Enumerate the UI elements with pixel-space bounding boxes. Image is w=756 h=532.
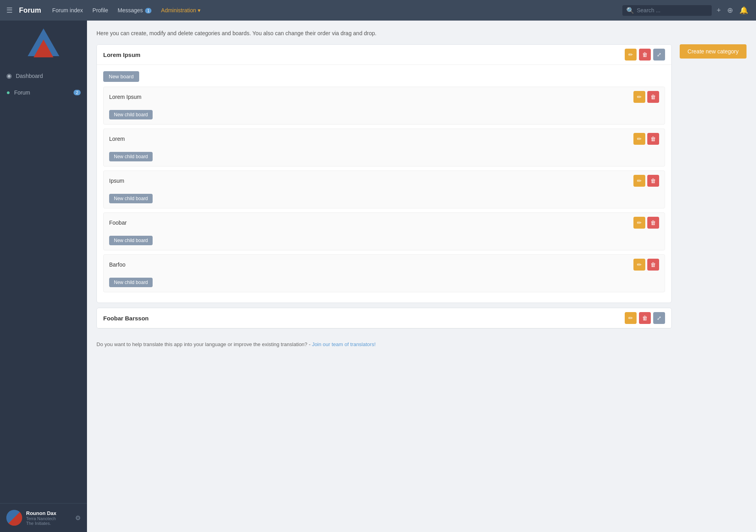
content-area: Lorem Ipsum ✏ 🗑 ⤢ New board Lorem Ipsum [96, 44, 747, 347]
category-delete-button-0[interactable]: 🗑 [639, 49, 651, 61]
avatar-image [6, 510, 22, 526]
add-icon[interactable]: + [715, 5, 722, 16]
board-title-0-1: Lorem [109, 136, 633, 142]
user-icon[interactable]: ⊕ [726, 4, 735, 16]
main-content: Here you can create, modify and delete c… [87, 21, 756, 532]
board-delete-button-0-1[interactable]: 🗑 [647, 133, 659, 145]
board-delete-button-0-2[interactable]: 🗑 [647, 175, 659, 187]
sidebar-forum-label: Forum [14, 89, 30, 96]
sidebar-logo [0, 21, 87, 67]
board-edit-button-0-4[interactable]: ✏ [633, 259, 645, 271]
category-title-0: Lorem Ipsum [103, 51, 625, 58]
board-edit-button-0-2[interactable]: ✏ [633, 175, 645, 187]
board-delete-button-0-0[interactable]: 🗑 [647, 91, 659, 103]
logo-triangle-red [34, 40, 53, 57]
page-description: Here you can create, modify and delete c… [96, 30, 747, 36]
messages-badge: 1 [145, 8, 151, 13]
forum-badge: 2 [74, 90, 81, 95]
board-item-0-1: Lorem ✏ 🗑 New child board [103, 129, 665, 167]
brand-title: Forum [19, 6, 41, 15]
board-header-0-1: Lorem ✏ 🗑 [104, 129, 665, 149]
translators-link[interactable]: Join our team of translators! [312, 341, 376, 347]
user-settings-icon[interactable]: ⚙ [75, 514, 81, 522]
logo-graphic [28, 28, 59, 60]
categories-container: Lorem Ipsum ✏ 🗑 ⤢ New board Lorem Ipsum [96, 44, 672, 347]
board-actions-0-4: ✏ 🗑 [633, 259, 659, 271]
board-edit-button-0-3[interactable]: ✏ [633, 217, 645, 229]
board-header-0-0: Lorem Ipsum ✏ 🗑 [104, 87, 665, 107]
sidebar-dashboard-label: Dashboard [16, 73, 43, 79]
category-edit-button-1[interactable]: ✏ [625, 312, 637, 324]
user-role: The Initiates. [26, 521, 71, 526]
avatar [6, 510, 22, 526]
nav-administration[interactable]: Administration ▾ [158, 6, 204, 15]
board-actions-0-0: ✏ 🗑 [633, 91, 659, 103]
board-header-0-2: Ipsum ✏ 🗑 [104, 171, 665, 191]
nav-forum-index[interactable]: Forum index [49, 6, 86, 15]
board-body-0-2: New child board [104, 191, 665, 208]
board-delete-button-0-3[interactable]: 🗑 [647, 217, 659, 229]
hamburger-icon[interactable]: ☰ [6, 6, 13, 15]
category-actions-0: ✏ 🗑 ⤢ [625, 49, 665, 61]
footer-translate: Do you want to help translate this app i… [96, 341, 672, 347]
sidebar-user-panel: Rounon Dax Terra Nanotech The Initiates.… [0, 503, 87, 532]
category-body-0: New board Lorem Ipsum ✏ 🗑 [97, 65, 671, 303]
board-edit-button-0-0[interactable]: ✏ [633, 91, 645, 103]
new-child-board-button-0-0[interactable]: New child board [109, 110, 153, 119]
category-header-1: Foobar Barsson ✏ 🗑 ⤢ [97, 308, 671, 328]
board-title-0-2: Ipsum [109, 178, 633, 184]
new-child-board-button-0-4[interactable]: New child board [109, 278, 153, 287]
sidebar-item-forum[interactable]: ● Forum 2 [0, 84, 87, 101]
forum-icon: ● [6, 89, 10, 96]
category-actions-1: ✏ 🗑 ⤢ [625, 312, 665, 324]
search-input[interactable] [637, 7, 708, 13]
board-item-0-2: Ipsum ✏ 🗑 New child board [103, 170, 665, 208]
board-title-0-3: Foobar [109, 220, 633, 226]
user-name: Rounon Dax [26, 510, 71, 516]
category-move-button-1[interactable]: ⤢ [653, 312, 665, 324]
navbar: ☰ Forum Forum index Profile Messages 1 A… [0, 0, 756, 21]
search-box: 🔍 [622, 5, 712, 16]
board-title-0-4: Barfoo [109, 261, 633, 268]
category-title-1: Foobar Barsson [103, 315, 625, 322]
user-org: Terra Nanotech [26, 516, 71, 521]
new-child-board-button-0-2[interactable]: New child board [109, 194, 153, 203]
user-info: Rounon Dax Terra Nanotech The Initiates. [26, 510, 71, 526]
sidebar: ◉ Dashboard ● Forum 2 Rounon Dax Terra N… [0, 21, 87, 532]
board-title-0-0: Lorem Ipsum [109, 94, 633, 100]
board-item-0-4: Barfoo ✏ 🗑 New child board [103, 254, 665, 292]
notification-icon[interactable]: 🔔 [738, 4, 750, 16]
search-icon: 🔍 [626, 7, 634, 14]
board-body-0-3: New child board [104, 233, 665, 250]
layout: ◉ Dashboard ● Forum 2 Rounon Dax Terra N… [0, 21, 756, 532]
board-delete-button-0-4[interactable]: 🗑 [647, 259, 659, 271]
category-move-button-0[interactable]: ⤢ [653, 49, 665, 61]
board-header-0-3: Foobar ✏ 🗑 [104, 213, 665, 233]
category-edit-button-0[interactable]: ✏ [625, 49, 637, 61]
category-card-0: Lorem Ipsum ✏ 🗑 ⤢ New board Lorem Ipsum [96, 44, 672, 303]
board-body-0-4: New child board [104, 275, 665, 292]
create-category-button[interactable]: Create new category [680, 44, 747, 59]
category-card-1: Foobar Barsson ✏ 🗑 ⤢ [96, 308, 672, 329]
nav-profile[interactable]: Profile [89, 6, 112, 15]
board-body-0-0: New child board [104, 107, 665, 124]
board-header-0-4: Barfoo ✏ 🗑 [104, 255, 665, 275]
dropdown-arrow-icon: ▾ [198, 7, 200, 13]
board-actions-0-2: ✏ 🗑 [633, 175, 659, 187]
nav-messages[interactable]: Messages 1 [115, 6, 155, 15]
new-child-board-button-0-3[interactable]: New child board [109, 236, 153, 245]
board-item-0-0: Lorem Ipsum ✏ 🗑 New child board [103, 87, 665, 125]
board-actions-0-3: ✏ 🗑 [633, 217, 659, 229]
board-item-0-3: Foobar ✏ 🗑 New child board [103, 212, 665, 250]
category-header-0: Lorem Ipsum ✏ 🗑 ⤢ [97, 45, 671, 65]
dashboard-icon: ◉ [6, 72, 12, 80]
sidebar-item-dashboard[interactable]: ◉ Dashboard [0, 67, 87, 84]
board-actions-0-1: ✏ 🗑 [633, 133, 659, 145]
category-delete-button-1[interactable]: 🗑 [639, 312, 651, 324]
new-child-board-button-0-1[interactable]: New child board [109, 152, 153, 161]
board-edit-button-0-1[interactable]: ✏ [633, 133, 645, 145]
board-body-0-1: New child board [104, 149, 665, 166]
new-board-button-0[interactable]: New board [103, 71, 139, 82]
